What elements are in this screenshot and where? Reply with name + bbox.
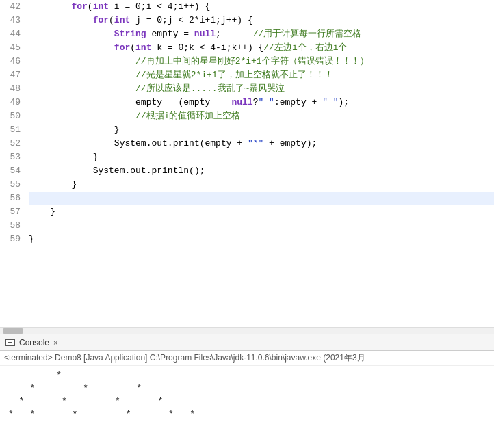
token: int <box>135 42 151 53</box>
line-number: 51 <box>3 123 21 137</box>
token: println(); <box>151 166 205 176</box>
token: ( <box>109 15 114 25</box>
token: k = 0;k < 4-i;k++) { <box>151 42 263 53</box>
token: j = 0;j < 2*i+1;j++) { <box>130 15 252 25</box>
line-number: 43 <box>3 14 21 27</box>
line-number: 49 <box>3 96 21 109</box>
token <box>29 193 50 203</box>
line-number: 56 <box>3 192 21 205</box>
code-line: } <box>29 178 494 192</box>
token: empty = (empty == <box>135 97 231 107</box>
token: int <box>93 1 109 12</box>
line-number: 47 <box>3 68 21 82</box>
code-line: //根据i的值循环加上空格 <box>29 109 494 123</box>
token: null <box>231 97 252 107</box>
code-line: for(int k = 0;k < 4-i;k++) {//左边i个，右边i个 <box>29 41 494 55</box>
line-number: 48 <box>3 82 21 96</box>
token: null <box>194 29 216 39</box>
token: System <box>93 166 125 176</box>
token: out <box>130 166 146 176</box>
token: " " <box>322 97 338 107</box>
console-close-button[interactable]: × <box>53 339 57 347</box>
code-lines[interactable]: for(int i = 0;i < 4;i++) { for(int j = 0… <box>26 0 494 327</box>
token: for <box>93 15 109 25</box>
token: for <box>114 42 130 53</box>
code-line <box>29 192 494 205</box>
line-number: 50 <box>3 109 21 123</box>
code-editor: 424344454647484950515253545556575859 for… <box>0 0 494 327</box>
console-tab[interactable]: Console <box>19 338 49 347</box>
token: (empty + <box>200 138 248 148</box>
line-number: 55 <box>3 178 21 192</box>
console-line: * * * * <box>8 395 486 408</box>
token: i = 0;i < 4;i++) { <box>109 1 210 12</box>
console-area: Console × <terminated> Demo8 [Java Appli… <box>0 334 494 448</box>
token <box>29 83 135 94</box>
token <box>29 111 135 121</box>
token: } <box>71 179 77 189</box>
horizontal-scrollbar[interactable] <box>0 327 494 334</box>
console-icon <box>5 339 15 346</box>
code-line: //再加上中间的星星刚好2*i+1个字符（错误错误！！！） <box>29 55 494 68</box>
token: //光是星星就2*i+1了，加上空格就不止了！！！ <box>135 70 333 80</box>
code-line: } <box>29 233 494 246</box>
console-header: Console × <box>0 334 494 351</box>
token: } <box>29 207 55 217</box>
token <box>29 15 93 25</box>
token: :empty + <box>274 97 322 107</box>
token: ; <box>216 29 253 39</box>
code-line <box>29 219 494 233</box>
code-line: String empty = null; //用于计算每一行所需空格 <box>29 27 494 41</box>
token: //用于计算每一行所需空格 <box>253 29 362 39</box>
token: //再加上中间的星星刚好2*i+1个字符（错误错误！！！） <box>135 56 369 66</box>
token: } <box>93 152 99 162</box>
console-line: * * * <box>8 382 486 395</box>
line-number: 44 <box>3 27 21 41</box>
token: } <box>114 124 120 135</box>
code-line: } <box>29 150 494 164</box>
line-number: 46 <box>3 55 21 68</box>
line-number: 53 <box>3 150 21 164</box>
token: . <box>168 138 173 148</box>
line-numbers: 424344454647484950515253545556575859 <box>0 0 26 327</box>
code-line: //光是星星就2*i+1了，加上空格就不止了！！！ <box>29 68 494 82</box>
code-line: } <box>29 205 494 219</box>
token: String <box>114 29 146 39</box>
code-line: //所以应该是.....我乱了~暴风哭泣 <box>29 82 494 96</box>
token: for <box>71 1 87 12</box>
token <box>29 97 135 107</box>
token: ( <box>130 42 135 53</box>
token <box>29 152 93 162</box>
token: empty = <box>146 29 194 39</box>
line-number: 52 <box>3 137 21 150</box>
line-number: 58 <box>3 219 21 233</box>
line-number: 54 <box>3 164 21 178</box>
token: out <box>151 138 167 148</box>
token: + empty); <box>263 138 317 148</box>
code-line: } <box>29 123 494 137</box>
token <box>29 29 114 39</box>
token: System <box>114 138 146 148</box>
line-number: 45 <box>3 41 21 55</box>
token <box>29 138 114 148</box>
token: //左边i个，右边i个 <box>263 42 347 53</box>
line-number: 57 <box>3 205 21 219</box>
code-line: System.out.println(); <box>29 164 494 178</box>
line-number: 42 <box>3 0 21 14</box>
token <box>29 179 71 189</box>
token <box>29 1 71 12</box>
scrollbar-thumb[interactable] <box>3 328 23 334</box>
code-line: empty = (empty == null?" ":empty + " "); <box>29 96 494 109</box>
token: //根据i的值循环加上空格 <box>135 111 240 121</box>
console-line: * <box>8 369 486 382</box>
code-line: for(int j = 0;j < 2*i+1;j++) { <box>29 14 494 27</box>
token <box>29 124 114 135</box>
token: } <box>29 234 34 244</box>
console-output: * * * * * * * ** * * * * * <box>0 366 494 448</box>
console-line: * * * * * * <box>8 408 486 421</box>
token: ( <box>88 1 93 12</box>
token <box>29 70 135 80</box>
line-number: 59 <box>3 233 21 246</box>
console-status: <terminated> Demo8 [Java Application] C:… <box>0 351 494 366</box>
token: "*" <box>248 138 263 148</box>
